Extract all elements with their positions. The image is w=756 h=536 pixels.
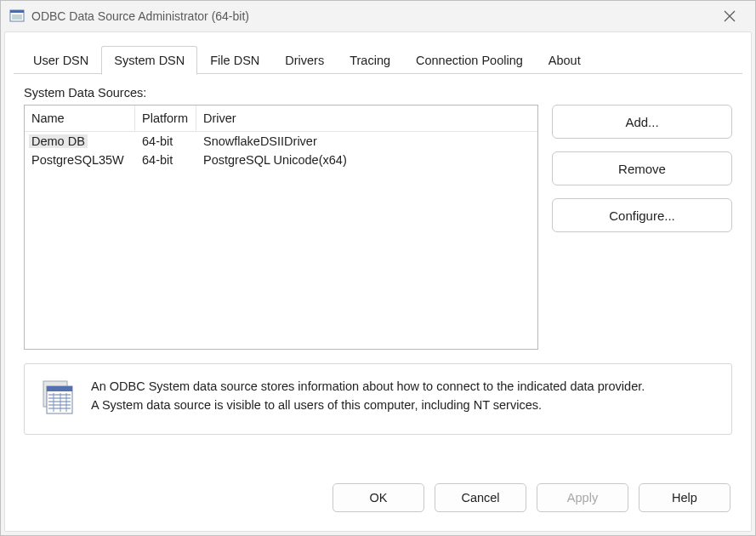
dialog-body: User DSN System DSN File DSN Drivers Tra…: [4, 31, 752, 532]
remove-button[interactable]: Remove: [552, 151, 732, 185]
add-button[interactable]: Add...: [552, 105, 732, 139]
close-button[interactable]: [713, 3, 747, 29]
svg-rect-1: [10, 10, 24, 13]
configure-button[interactable]: Configure...: [552, 198, 732, 232]
data-sources-list[interactable]: Name Platform Driver Demo DB 64-bit Snow…: [24, 105, 538, 350]
cell-name: Demo DB: [29, 134, 88, 148]
tab-system-dsn[interactable]: System DSN: [101, 46, 197, 75]
footer-button-group: OK Cancel Apply Help: [14, 473, 742, 522]
app-icon: [9, 9, 25, 24]
tab-drivers[interactable]: Drivers: [272, 46, 337, 74]
titlebar: ODBC Data Source Administrator (64-bit): [1, 1, 755, 31]
tab-connection-pooling[interactable]: Connection Pooling: [403, 46, 536, 74]
help-button[interactable]: Help: [639, 483, 730, 512]
cancel-button[interactable]: Cancel: [435, 483, 526, 512]
cell-driver: SnowflakeDSIIDriver: [196, 132, 537, 151]
info-line-2: A System data source is visible to all u…: [91, 396, 645, 415]
cell-driver: PostgreSQL Unicode(x64): [196, 151, 537, 169]
side-button-group: Add... Remove Configure...: [552, 105, 732, 350]
tab-about[interactable]: About: [536, 46, 594, 74]
tab-file-dsn[interactable]: File DSN: [197, 46, 272, 74]
tab-user-dsn[interactable]: User DSN: [20, 46, 101, 74]
column-header-name[interactable]: Name: [25, 105, 135, 131]
tab-bar: User DSN System DSN File DSN Drivers Tra…: [14, 46, 742, 74]
column-header-platform[interactable]: Platform: [135, 105, 196, 131]
info-panel: An ODBC System data source stores inform…: [24, 363, 732, 435]
cell-platform: 64-bit: [135, 151, 196, 169]
datasource-icon: [40, 379, 74, 415]
svg-rect-9: [47, 386, 72, 391]
window-frame: ODBC Data Source Administrator (64-bit) …: [0, 0, 756, 536]
ok-button[interactable]: OK: [333, 483, 424, 512]
info-line-1: An ODBC System data source stores inform…: [91, 378, 645, 396]
data-sources-label: System Data Sources:: [24, 86, 732, 100]
data-sources-row: Name Platform Driver Demo DB 64-bit Snow…: [24, 105, 732, 350]
tab-tracing[interactable]: Tracing: [337, 46, 403, 74]
info-text: An ODBC System data source stores inform…: [91, 378, 645, 415]
column-header-driver[interactable]: Driver: [196, 105, 537, 131]
tab-content: System Data Sources: Name Platform Drive…: [14, 74, 742, 473]
window-title: ODBC Data Source Administrator (64-bit): [31, 9, 713, 23]
table-row[interactable]: PostgreSQL35W 64-bit PostgreSQL Unicode(…: [25, 151, 537, 169]
list-body: Demo DB 64-bit SnowflakeDSIIDriver Postg…: [25, 132, 537, 169]
cell-name: PostgreSQL35W: [25, 151, 135, 169]
apply-button[interactable]: Apply: [537, 483, 628, 512]
list-header: Name Platform Driver: [25, 105, 537, 132]
close-icon: [724, 10, 736, 22]
table-row[interactable]: Demo DB 64-bit SnowflakeDSIIDriver: [25, 132, 537, 151]
cell-platform: 64-bit: [135, 132, 196, 151]
